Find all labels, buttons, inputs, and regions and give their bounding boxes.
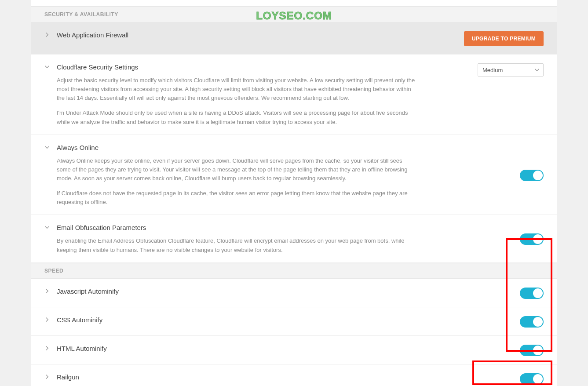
- javascript-autominify-toggle[interactable]: [520, 288, 544, 299]
- chevron-down-icon: [534, 67, 540, 73]
- row-desc-email-obfuscation: By enabling the Email Address Obfuscatio…: [57, 237, 417, 254]
- section-header-speed: SPEED: [31, 263, 557, 279]
- chevron-down-icon: [44, 145, 51, 150]
- section-header-security: SECURITY & AVAILABILITY: [31, 7, 557, 22]
- always-online-toggle[interactable]: [520, 170, 544, 181]
- row-email-obfuscation[interactable]: Email Obfuscation Parameters By enabling…: [31, 215, 557, 262]
- chevron-right-icon: [44, 288, 51, 294]
- row-cloudflare-security-settings[interactable]: Cloudflare Security Settings Adjust the …: [31, 55, 557, 135]
- row-title-css-autominify: CSS Autominify: [57, 315, 511, 324]
- row-title-railgun: Railgun: [57, 372, 511, 382]
- security-level-select[interactable]: Medium: [478, 63, 544, 76]
- row-title-waf: Web Application Firewall: [57, 30, 455, 40]
- row-title-html-autominify: HTML Autominify: [57, 344, 511, 353]
- row-html-autominify[interactable]: HTML Autominify: [31, 336, 557, 364]
- railgun-toggle[interactable]: [520, 373, 544, 385]
- html-autominify-toggle[interactable]: [520, 345, 544, 356]
- row-desc-cloudflare-security: Adjust the basic security level to modif…: [57, 76, 417, 127]
- row-css-autominify[interactable]: CSS Autominify: [31, 307, 557, 336]
- row-always-online[interactable]: Always Online Always Online keeps your s…: [31, 135, 557, 215]
- chevron-right-icon: [44, 374, 51, 379]
- row-web-application-firewall[interactable]: Web Application Firewall UPGRADE TO PREM…: [31, 22, 557, 55]
- chevron-down-icon: [44, 64, 51, 69]
- row-railgun[interactable]: Railgun: [31, 364, 557, 386]
- row-javascript-autominify[interactable]: Javascript Autominify: [31, 279, 557, 307]
- row-title-cloudflare-security: Cloudflare Security Settings: [57, 62, 469, 72]
- css-autominify-toggle[interactable]: [520, 316, 544, 328]
- security-level-select-value: Medium: [482, 67, 503, 73]
- row-title-js-autominify: Javascript Autominify: [57, 287, 511, 296]
- chevron-down-icon: [44, 225, 51, 230]
- row-title-email-obfuscation: Email Obfuscation Parameters: [57, 223, 511, 232]
- chevron-right-icon: [44, 317, 51, 322]
- chevron-right-icon: [44, 346, 51, 351]
- chevron-right-icon: [44, 32, 51, 37]
- row-title-always-online: Always Online: [57, 143, 511, 152]
- row-desc-always-online: Always Online keeps your site online, ev…: [57, 157, 417, 207]
- email-obfuscation-toggle[interactable]: [520, 233, 544, 245]
- upgrade-to-premium-button[interactable]: UPGRADE TO PREMIUM: [464, 31, 544, 46]
